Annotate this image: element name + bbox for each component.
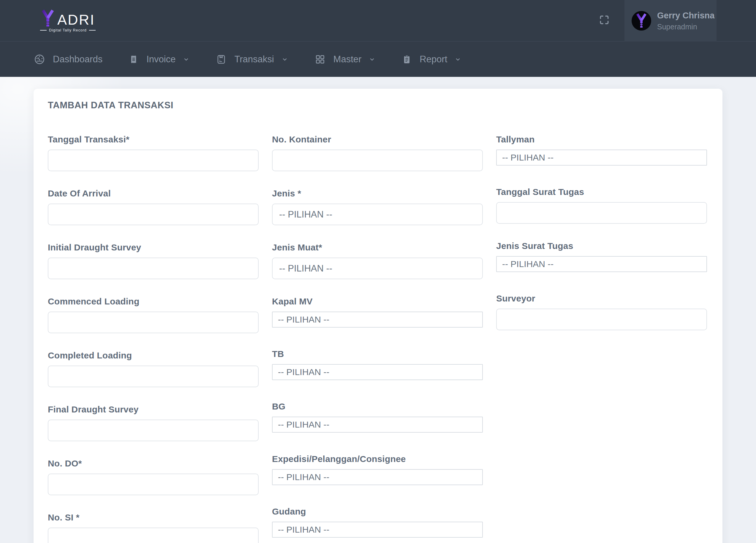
receipt-icon [129, 53, 139, 65]
field-label-completed-loading: Completed Loading [48, 349, 259, 362]
form-column-2: No. Kontainer Jenis * -- PILIHAN -- Jeni… [272, 133, 483, 543]
chevron-down-icon [183, 56, 190, 63]
field-group-tb: TB -- PILIHAN -- [272, 348, 483, 380]
field-label-date-of-arrival: Date Of Arrival [48, 187, 259, 200]
completed-loading-input[interactable] [48, 365, 259, 387]
bg-select[interactable]: -- PILIHAN -- [272, 417, 483, 433]
tanggal-transaksi-input[interactable] [48, 150, 259, 171]
jenis-surat-tugas-select[interactable]: -- PILIHAN -- [496, 256, 707, 272]
final-draught-survey-input[interactable] [48, 419, 259, 441]
no-do-input[interactable] [48, 474, 259, 495]
nav-item-invoice[interactable]: Invoice [129, 53, 190, 65]
field-label-surveyor: Surveyor [496, 292, 707, 305]
field-label-no-si: No. SI * [48, 511, 259, 524]
user-role: Superadmin [657, 22, 714, 31]
field-group-no-do: No. DO* [48, 457, 259, 495]
field-group-surveyor: Surveyor [496, 292, 707, 330]
field-group-no-si: No. SI * [48, 511, 259, 543]
field-label-bg: BG [272, 400, 483, 413]
expedisi-pelanggan-consignee-select[interactable]: -- PILIHAN -- [272, 469, 483, 485]
nav-item-label: Transaksi [234, 54, 274, 65]
field-label-jenis-muat: Jenis Muat* [272, 241, 483, 254]
field-group-kapal-mv: Kapal MV -- PILIHAN -- [272, 295, 483, 327]
grid-icon [314, 54, 326, 65]
page-title: TAMBAH DATA TRANSAKSI [48, 100, 708, 111]
field-group-no-kontainer: No. Kontainer [272, 133, 483, 171]
tanggal-surat-tugas-input[interactable] [496, 202, 707, 224]
chevron-down-icon [368, 56, 376, 63]
field-label-no-do: No. DO* [48, 457, 259, 470]
nav-item-dashboards[interactable]: Dashboards [34, 53, 102, 65]
nav-item-label: Master [333, 54, 362, 65]
tagline-rule-left [40, 30, 47, 31]
field-group-commenced-loading: Commenced Loading [48, 295, 259, 333]
brand-name: ADRI [57, 12, 95, 28]
field-label-initial-draught-survey: Initial Draught Survey [48, 241, 259, 254]
clipboard-icon [402, 53, 412, 65]
form-columns: Tanggal Transaksi* Date Of Arrival Initi… [48, 133, 708, 543]
gudang-select[interactable]: -- PILIHAN -- [272, 522, 483, 538]
gauge-icon [34, 54, 45, 65]
nav-item-label: Report [420, 54, 447, 65]
field-group-initial-draught-survey: Initial Draught Survey [48, 241, 259, 279]
main-nav: Dashboards Invoice Transaksi Master Repo… [0, 42, 756, 77]
tallyman-select[interactable]: -- PILIHAN -- [496, 150, 707, 166]
nav-item-transaksi[interactable]: Transaksi [216, 53, 288, 65]
user-name: Gerry Chrisna [657, 10, 714, 21]
field-label-kapal-mv: Kapal MV [272, 295, 483, 308]
field-label-final-draught-survey: Final Draught Survey [48, 403, 259, 416]
no-si-input[interactable] [48, 528, 259, 543]
field-group-gudang: Gudang -- PILIHAN -- [272, 505, 483, 538]
field-group-expedisi-pelanggan-consignee: Expedisi/Pelanggan/Consignee -- PILIHAN … [272, 453, 483, 485]
journal-icon [216, 53, 227, 65]
field-label-no-kontainer: No. Kontainer [272, 133, 483, 146]
user-text-block: Gerry Chrisna Superadmin [657, 10, 714, 31]
initial-draught-survey-input[interactable] [48, 258, 259, 279]
form-card: TAMBAH DATA TRANSAKSI Tanggal Transaksi*… [34, 89, 722, 543]
jenis-muat-select[interactable]: -- PILIHAN -- [272, 258, 483, 279]
nav-item-master[interactable]: Master [314, 53, 376, 65]
field-group-jenis-muat: Jenis Muat* -- PILIHAN -- [272, 241, 483, 279]
field-group-bg: BG -- PILIHAN -- [272, 400, 483, 433]
tagline-rule-right [89, 30, 96, 31]
yadri-logo-icon [41, 9, 55, 28]
user-menu[interactable]: Gerry Chrisna Superadmin [624, 0, 717, 42]
no-kontainer-input[interactable] [272, 150, 483, 171]
fullscreen-button[interactable] [599, 14, 610, 26]
field-label-tanggal-transaksi: Tanggal Transaksi* [48, 133, 259, 146]
field-label-tanggal-surat-tugas: Tanggal Surat Tugas [496, 186, 707, 198]
field-label-tallyman: Tallyman [496, 133, 707, 146]
field-label-jenis: Jenis * [272, 187, 483, 200]
field-group-tanggal-surat-tugas: Tanggal Surat Tugas [496, 186, 707, 224]
field-group-jenis: Jenis * -- PILIHAN -- [272, 187, 483, 225]
field-label-expedisi-pelanggan-consignee: Expedisi/Pelanggan/Consignee [272, 453, 483, 465]
brand-tagline: Digital Tally Record [40, 28, 96, 32]
date-of-arrival-input[interactable] [48, 204, 259, 225]
tb-select[interactable]: -- PILIHAN -- [272, 364, 483, 380]
avatar [632, 11, 651, 31]
field-group-tallyman: Tallyman -- PILIHAN -- [496, 133, 707, 166]
nav-item-label: Invoice [146, 54, 175, 65]
commenced-loading-input[interactable] [48, 311, 259, 333]
field-group-completed-loading: Completed Loading [48, 349, 259, 387]
jenis-select[interactable]: -- PILIHAN -- [272, 204, 483, 225]
fullscreen-icon [599, 22, 610, 26]
chevron-down-icon [281, 56, 288, 63]
brand-logo[interactable]: ADRI Digital Tally Record [40, 9, 96, 32]
field-group-jenis-surat-tugas: Jenis Surat Tugas -- PILIHAN -- [496, 240, 707, 272]
surveyor-input[interactable] [496, 308, 707, 330]
kapal-mv-select[interactable]: -- PILIHAN -- [272, 311, 483, 327]
field-label-commenced-loading: Commenced Loading [48, 295, 259, 308]
field-label-gudang: Gudang [272, 505, 483, 518]
content-area: TAMBAH DATA TRANSAKSI Tanggal Transaksi*… [0, 77, 756, 543]
form-column-3: Tallyman -- PILIHAN -- Tanggal Surat Tug… [496, 133, 707, 543]
tagline-text: Digital Tally Record [49, 28, 87, 32]
nav-item-report[interactable]: Report [402, 53, 461, 65]
chevron-down-icon [454, 56, 461, 63]
field-label-jenis-surat-tugas: Jenis Surat Tugas [496, 240, 707, 252]
field-group-tanggal-transaksi: Tanggal Transaksi* [48, 133, 259, 171]
nav-list: Dashboards Invoice Transaksi Master Repo… [0, 53, 461, 65]
brand-logo-row: ADRI [41, 9, 95, 28]
field-group-final-draught-survey: Final Draught Survey [48, 403, 259, 441]
field-label-tb: TB [272, 348, 483, 360]
